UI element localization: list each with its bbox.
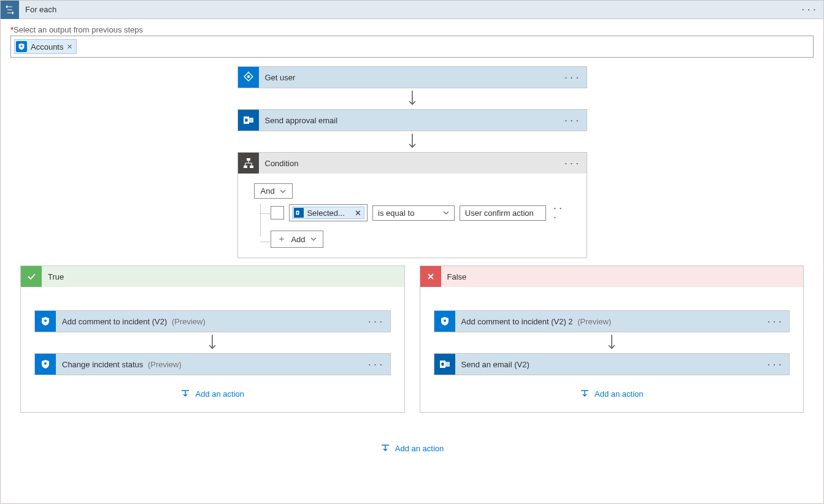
tree-line bbox=[254, 204, 271, 248]
step-menu[interactable]: · · · bbox=[361, 317, 390, 326]
svg-point-16 bbox=[441, 362, 444, 366]
sentinel-icon bbox=[434, 311, 455, 332]
svg-point-0 bbox=[21, 45, 23, 47]
token-remove[interactable]: ✕ bbox=[67, 43, 72, 51]
foreach-input[interactable]: Accounts ✕ bbox=[10, 36, 814, 58]
condition-label: Condition bbox=[259, 159, 558, 168]
svg-point-10 bbox=[297, 212, 298, 214]
sentinel-icon bbox=[35, 354, 56, 375]
svg-rect-15 bbox=[445, 362, 450, 367]
add-condition-button[interactable]: ＋ Add bbox=[271, 231, 323, 248]
input-label: *Select an output from previous steps bbox=[10, 25, 814, 34]
condition-value-input[interactable]: User confirm action bbox=[460, 205, 547, 221]
svg-point-2 bbox=[247, 75, 249, 78]
token-accounts[interactable]: Accounts ✕ bbox=[14, 39, 77, 54]
outlook-icon bbox=[434, 354, 455, 375]
true-branch: True Add comment to incident (V2) (Previ… bbox=[20, 265, 405, 413]
step-change-status[interactable]: Change incident status (Preview) · · · bbox=[34, 353, 391, 375]
row-checkbox[interactable] bbox=[271, 206, 284, 220]
add-action-button[interactable]: Add an action bbox=[380, 443, 444, 453]
step-get-user[interactable]: Get user · · · bbox=[237, 66, 587, 88]
chevron-down-icon bbox=[280, 188, 286, 194]
step-label: Send approval email bbox=[259, 116, 558, 125]
branches: True Add comment to incident (V2) (Previ… bbox=[20, 265, 804, 413]
step-menu[interactable]: · · · bbox=[760, 360, 789, 369]
svg-point-11 bbox=[44, 319, 47, 322]
false-branch: False Add comment to incident (V2) 2 (Pr… bbox=[420, 265, 804, 413]
add-action-button[interactable]: Add an action bbox=[180, 389, 244, 399]
scope-title: For each bbox=[19, 5, 795, 14]
scope-menu-button[interactable]: · · · bbox=[795, 5, 823, 14]
insert-action-icon bbox=[580, 389, 590, 399]
arrow-icon bbox=[206, 332, 218, 353]
sentinel-icon bbox=[35, 311, 56, 332]
insert-action-icon bbox=[180, 389, 190, 399]
step-menu[interactable]: · · · bbox=[760, 317, 789, 326]
sentinel-icon bbox=[16, 41, 27, 52]
svg-point-5 bbox=[245, 118, 247, 122]
group-operator-select[interactable]: And bbox=[254, 183, 293, 199]
condition-menu[interactable]: · · · bbox=[557, 159, 586, 168]
scope-body: *Select an output from previous steps Ac… bbox=[1, 19, 823, 463]
condition-left-operand[interactable]: Selected... ✕ bbox=[289, 204, 368, 221]
svg-point-12 bbox=[44, 362, 47, 365]
step-send-approval[interactable]: Send approval email · · · bbox=[237, 109, 587, 131]
true-header: True bbox=[21, 266, 404, 287]
flow-column: Get user · · · Send approval email · · · bbox=[10, 66, 814, 258]
token-label: Accounts bbox=[31, 42, 63, 52]
row-menu[interactable]: · · · bbox=[551, 204, 570, 222]
svg-rect-6 bbox=[247, 158, 250, 161]
step-condition: Condition · · · And bbox=[237, 152, 587, 258]
close-icon bbox=[420, 266, 441, 287]
chevron-down-icon bbox=[443, 210, 449, 216]
outlook-icon bbox=[238, 110, 259, 131]
chevron-down-icon bbox=[310, 236, 317, 242]
check-icon bbox=[21, 266, 42, 287]
foreach-icon bbox=[1, 1, 19, 19]
token-remove[interactable]: ✕ bbox=[355, 208, 361, 218]
plus-icon: ＋ bbox=[277, 234, 286, 245]
svg-rect-7 bbox=[244, 166, 247, 168]
arrow-icon bbox=[406, 131, 418, 152]
add-action-button[interactable]: Add an action bbox=[580, 389, 644, 399]
step-send-email[interactable]: Send an email (V2) · · · bbox=[434, 353, 790, 375]
for-each-scope: For each · · · *Select an output from pr… bbox=[0, 0, 824, 504]
false-header: False bbox=[420, 266, 804, 287]
step-menu[interactable]: · · · bbox=[557, 116, 586, 125]
scope-header[interactable]: For each · · · bbox=[1, 1, 823, 19]
insert-action-icon bbox=[380, 443, 390, 453]
svg-rect-8 bbox=[250, 166, 253, 168]
azuread-icon bbox=[238, 67, 259, 88]
condition-row: Selected... ✕ is equal to User confirm a… bbox=[271, 204, 570, 222]
arrow-icon bbox=[606, 332, 618, 353]
condition-icon bbox=[238, 153, 259, 174]
step-menu[interactable]: · · · bbox=[361, 360, 390, 369]
svg-point-13 bbox=[444, 319, 446, 322]
outlook-icon bbox=[294, 208, 304, 218]
step-add-comment-true[interactable]: Add comment to incident (V2) (Preview) ·… bbox=[34, 310, 391, 332]
operator-select[interactable]: is equal to bbox=[372, 205, 455, 221]
condition-header[interactable]: Condition · · · bbox=[238, 153, 587, 174]
svg-rect-4 bbox=[249, 118, 253, 123]
step-menu[interactable]: · · · bbox=[557, 73, 586, 82]
arrow-icon bbox=[406, 88, 418, 109]
step-label: Get user bbox=[259, 73, 558, 82]
step-add-comment-false[interactable]: Add comment to incident (V2) 2 (Preview)… bbox=[434, 310, 790, 332]
condition-body: And bbox=[238, 174, 587, 258]
